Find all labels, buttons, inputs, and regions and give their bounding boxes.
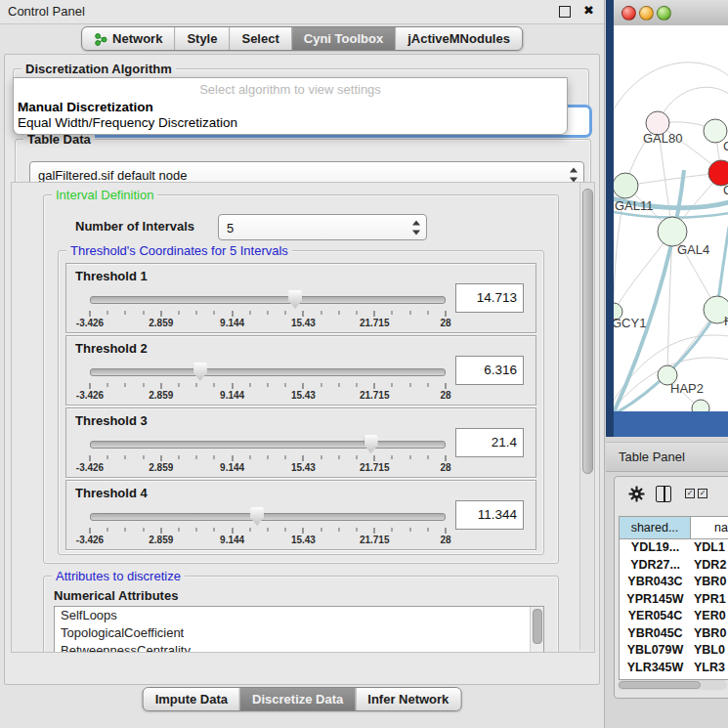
dropdown-item-manual-discretization[interactable]: Manual Discretization (16, 100, 569, 115)
gear-icon[interactable] (628, 486, 645, 506)
interval-definition-title: Interval Definition (52, 188, 157, 202)
attribute-item-betweennesscentrality[interactable]: BetweennessCentrality (55, 642, 543, 653)
table-cell: YBL079W (620, 642, 691, 660)
threshold-panel: Threshold 3 -3.4262.8599.14415.4321.7152… (65, 407, 536, 478)
network-canvas[interactable]: GAL80GCGAL11GAL4GCY1HHAP2 (614, 25, 728, 411)
table-panel-titlebar: Table Panel (606, 442, 728, 472)
threshold-slider[interactable]: -3.4262.8599.14415.4321.71528 (90, 289, 446, 328)
columns-icon[interactable] (656, 486, 671, 502)
slider-ticks: -3.4262.8599.14415.4321.71528 (90, 309, 446, 328)
algorithm-dropdown-list: Manual DiscretizationEqual Width/Frequen… (16, 100, 569, 131)
table-row[interactable]: YDL19...YDL1 (620, 539, 728, 557)
tab-network[interactable]: Network (82, 27, 175, 50)
table-horizontal-scrollbar[interactable] (618, 680, 727, 690)
threshold-value-field[interactable]: 14.713 (455, 283, 524, 313)
threshold-value-field[interactable]: 11.344 (455, 500, 524, 530)
scrollbar-thumb[interactable] (533, 609, 542, 644)
threshold-slider[interactable]: -3.4262.8599.14415.4321.71528 (90, 362, 446, 401)
table-row[interactable]: YBR045CYBR0 (620, 625, 728, 643)
attribute-item-topologicalcoefficient[interactable]: TopologicalCoefficient (55, 624, 543, 642)
combo-spinner-icon[interactable] (412, 220, 421, 235)
network-icon (94, 32, 107, 46)
control-panel-title: Control Panel (8, 4, 85, 19)
slider-track[interactable] (90, 368, 446, 376)
table-panel-title: Table Panel (619, 450, 685, 464)
table-row[interactable]: YDR27...YDR2 (620, 557, 728, 575)
zoom-traffic-light-icon[interactable] (657, 6, 671, 21)
node-label: C (723, 183, 728, 197)
threshold-slider[interactable]: -3.4262.8599.14415.4321.71528 (90, 506, 446, 545)
tab-label: Network (112, 31, 162, 46)
table-row[interactable]: YER054CYER0 (620, 608, 728, 625)
table-header-row: shared...na (620, 517, 728, 539)
network-node[interactable] (692, 400, 709, 411)
close-traffic-light-icon[interactable] (621, 6, 636, 21)
panel-scrollbar[interactable] (579, 183, 594, 650)
threshold-value-field[interactable]: 21.4 (455, 428, 524, 457)
network-node-gal11[interactable] (614, 173, 638, 198)
tab-label: jActiveMNodules (407, 31, 510, 46)
table-cell: YPR1 (691, 591, 728, 609)
column-header[interactable]: na (691, 517, 728, 538)
scrollbar-thumb[interactable] (619, 681, 701, 689)
column-header[interactable]: shared... (620, 517, 691, 538)
table-panel-content: ✓ ✓ shared...na YDL19...YDL1YDR27...YDR2… (614, 476, 728, 699)
close-icon[interactable]: ✖ (583, 3, 594, 18)
slider-thumb[interactable] (288, 290, 302, 309)
control-panel-body: Discretization Algorithm Select algorith… (4, 54, 600, 685)
slider-track[interactable] (90, 513, 446, 521)
number-of-intervals-combobox[interactable]: 5 (218, 214, 427, 240)
interval-definition-group: Interval Definition Number of Intervals … (43, 194, 559, 564)
table-cell: YER0 (691, 608, 728, 625)
scrollbar-thumb[interactable] (582, 189, 593, 474)
minimize-traffic-light-icon[interactable] (639, 6, 654, 21)
threshold-panel: Threshold 2 -3.4262.8599.14415.4321.7152… (65, 335, 536, 406)
slider-track[interactable] (90, 296, 446, 304)
attributes-title: Attributes to discretize (52, 569, 185, 583)
attributes-group: Attributes to discretize Numerical Attri… (43, 576, 559, 653)
slider-thumb[interactable] (193, 363, 207, 381)
bottom-tab-bar: Impute DataDiscretize DataInfer Network (143, 687, 462, 711)
tab-select[interactable]: Select (230, 27, 291, 50)
algorithm-section-label: Discretization Algorithm (21, 62, 176, 76)
algorithm-dropdown-popup: Select algorithm to view settings Manual… (13, 77, 568, 135)
table-cell: YDL1 (691, 539, 728, 557)
table-cell: YLR345W (620, 660, 691, 677)
network-view-window: GAL80GCGAL11GAL4GCY1HHAP2 (606, 0, 728, 437)
table-cell: YBR0 (691, 625, 728, 643)
dropdown-placeholder: Select algorithm to view settings (14, 82, 567, 97)
dropdown-item-equal-width-frequency-discretization[interactable]: Equal Width/Frequency Discretization (16, 115, 569, 131)
combo-spinner-icon[interactable] (570, 167, 578, 182)
threshold-slider[interactable]: -3.4262.8599.14415.4321.71528 (90, 434, 446, 473)
slider-thumb[interactable] (364, 435, 378, 453)
node-label: GAL80 (643, 131, 682, 146)
threshold-label: Threshold 1 (75, 269, 148, 283)
checkbox-icon[interactable]: ✓ (685, 489, 695, 498)
table-data-section: Table Data galFiltered.sif default node (15, 139, 591, 188)
settings-scroll-area: Interval Definition Number of Intervals … (11, 182, 595, 653)
threshold-value-field[interactable]: 6.316 (455, 356, 524, 385)
table-cell: YBL0 (691, 642, 728, 660)
table-cell: YBR043C (620, 574, 691, 591)
numerical-attributes-list[interactable]: SelfLoopsTopologicalCoefficientBetweenne… (54, 606, 544, 653)
node-label: G (723, 139, 728, 153)
table-row[interactable]: YLR345WYLR3 (620, 660, 728, 677)
bottom-tab-infer-network[interactable]: Infer Network (356, 688, 460, 710)
list-scrollbar[interactable] (530, 607, 543, 652)
slider-thumb[interactable] (250, 507, 264, 526)
bottom-tab-impute-data[interactable]: Impute Data (144, 688, 240, 710)
table-row[interactable]: YBL079WYBL0 (620, 642, 728, 660)
threshold-label: Threshold 2 (75, 341, 148, 356)
tab-cyni-toolbox[interactable]: Cyni Toolbox (292, 27, 396, 50)
tab-jactivemnodules[interactable]: jActiveMNodules (396, 27, 522, 50)
threshold-panel: Threshold 4 -3.4262.8599.14415.4321.7152… (65, 480, 536, 550)
table-row[interactable]: YPR145WYPR1 (620, 591, 728, 609)
float-icon[interactable] (559, 6, 571, 18)
table-data-value: galFiltered.sif default node (38, 167, 187, 182)
checkbox-icon[interactable]: ✓ (698, 489, 707, 498)
slider-track[interactable] (90, 441, 446, 449)
bottom-tab-discretize-data[interactable]: Discretize Data (240, 688, 356, 710)
attribute-item-selfloops[interactable]: SelfLoops (55, 607, 543, 624)
tab-style[interactable]: Style (175, 27, 230, 50)
table-row[interactable]: YBR043CYBR0 (620, 574, 728, 591)
